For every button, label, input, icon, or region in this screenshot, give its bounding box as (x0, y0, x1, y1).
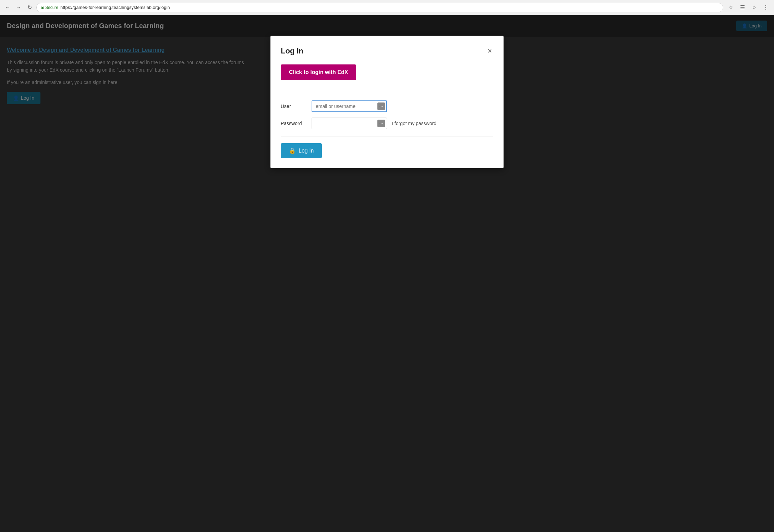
lock-icon-btn: 🔒 (289, 147, 296, 154)
user-input[interactable] (312, 100, 387, 112)
browser-actions: ☆ ☰ ○ ⋮ (726, 3, 771, 12)
user-profile-button[interactable]: ○ (749, 3, 759, 12)
dots-icon: ⋯ (379, 105, 383, 108)
user-input-wrapper: ⋯ (312, 100, 387, 112)
modal-login-button[interactable]: 🔒 Log In (281, 143, 322, 158)
settings-button[interactable]: ⋮ (761, 3, 771, 12)
bookmark-button[interactable]: ☆ (726, 3, 736, 12)
user-form-row: User ⋯ (281, 100, 493, 112)
modal-close-button[interactable]: × (486, 46, 493, 56)
extensions-button[interactable]: ☰ (738, 3, 747, 12)
svg-rect-0 (41, 7, 44, 9)
edx-login-button[interactable]: Click to login with EdX (281, 64, 356, 80)
modal-overlay: Log In × Click to login with EdX User ⋯ … (0, 15, 774, 532)
modal-title: Log In (281, 47, 303, 56)
forgot-password-link[interactable]: I forgot my password (392, 121, 436, 126)
modal-divider (281, 92, 493, 92)
url-text: https://games-for-learning.teachingsyste… (60, 5, 170, 10)
password-dots-icon: ⋯ (379, 122, 383, 125)
page-background: Design and Development of Games for Lear… (0, 15, 774, 532)
user-label: User (281, 104, 312, 109)
lock-icon (41, 5, 44, 10)
password-input[interactable] (312, 118, 387, 129)
browser-chrome: ← → ↻ Secure https://games-for-learning.… (0, 0, 774, 15)
back-button[interactable]: ← (3, 3, 12, 12)
forward-button[interactable]: → (14, 3, 23, 12)
login-modal: Log In × Click to login with EdX User ⋯ … (270, 36, 504, 168)
password-form-row: Password ⋯ I forgot my password (281, 118, 493, 129)
password-input-icon[interactable]: ⋯ (377, 120, 385, 127)
modal-footer-divider (281, 136, 493, 136)
modal-header: Log In × (281, 46, 493, 56)
address-bar: Secure https://games-for-learning.teachi… (36, 3, 723, 12)
secure-indicator: Secure (41, 5, 58, 10)
reload-button[interactable]: ↻ (25, 3, 34, 12)
user-input-icon[interactable]: ⋯ (377, 102, 385, 110)
password-input-wrapper: ⋯ (312, 118, 387, 129)
password-label: Password (281, 121, 312, 126)
